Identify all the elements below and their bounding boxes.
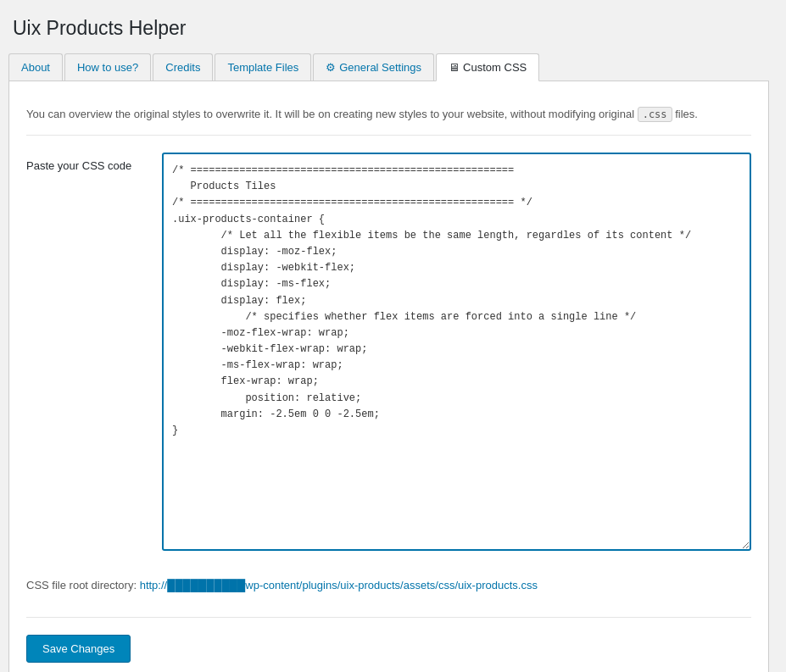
info-message-end: files. (672, 108, 698, 120)
tab-credits[interactable]: Credits (153, 53, 213, 81)
tab-custom-css-label: Custom CSS (463, 61, 527, 74)
tab-how-to-use-label: How to use? (77, 61, 138, 74)
css-textarea[interactable]: /* =====================================… (162, 153, 751, 551)
info-message-start: You can overview the original styles to … (26, 108, 638, 120)
css-file-path: CSS file root directory: http://████████… (26, 570, 751, 608)
tab-about[interactable]: About (8, 53, 63, 81)
tab-general-settings[interactable]: ⚙General Settings (313, 53, 434, 81)
tab-custom-css[interactable]: 🖥Custom CSS (436, 53, 539, 81)
divider (26, 617, 751, 618)
css-form-row: Paste your CSS code /* =================… (26, 153, 751, 553)
tab-template-files[interactable]: Template Files (215, 53, 311, 81)
css-file-url[interactable]: http://██████████wp-content/plugins/uix-… (140, 579, 538, 591)
tabs-bar: About How to use? Credits Template Files… (8, 53, 769, 81)
main-content: You can overview the original styles to … (8, 81, 769, 672)
tab-general-settings-label: General Settings (339, 61, 421, 74)
monitor-icon: 🖥 (449, 61, 460, 74)
tab-how-to-use[interactable]: How to use? (64, 53, 151, 81)
tab-credits-label: Credits (165, 61, 200, 74)
css-label: Paste your CSS code (26, 153, 162, 172)
tab-about-label: About (21, 61, 50, 74)
page-title: Uix Products Helper (8, 17, 769, 40)
save-button[interactable]: Save Changes (26, 635, 131, 663)
tab-template-files-label: Template Files (227, 61, 298, 74)
css-badge: .css (638, 107, 672, 122)
gear-icon: ⚙ (326, 61, 336, 74)
css-field: /* =====================================… (162, 153, 751, 553)
css-file-label: CSS file root directory: (26, 579, 140, 591)
info-bar: You can overview the original styles to … (26, 98, 751, 136)
